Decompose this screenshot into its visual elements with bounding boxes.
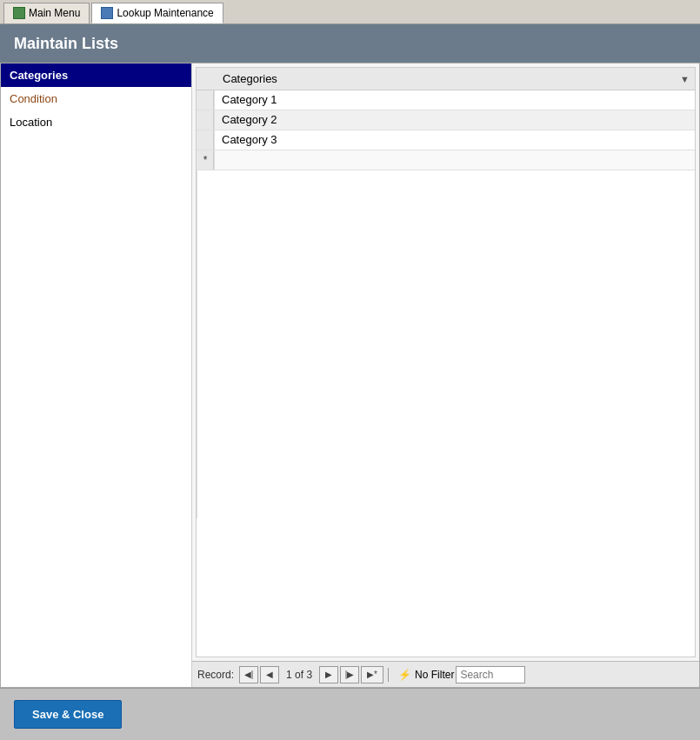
row-indicator-strip: * — [197, 150, 214, 170]
table-row-new[interactable]: * — [197, 150, 695, 170]
tab-lookup-maintenance-label: Lookup Maintenance — [117, 7, 213, 19]
nav-new-button[interactable]: ▶* — [361, 666, 383, 683]
sidebar-item-location[interactable]: Location — [1, 110, 191, 134]
row-indicator-new: * — [197, 150, 214, 170]
table-row[interactable]: Category 2 — [197, 110, 695, 130]
bottom-bar: Save & Close — [0, 688, 700, 740]
filter-label: No Filter — [415, 669, 454, 681]
nav-next-button[interactable]: ▶ — [319, 666, 338, 683]
page-title: Maintain Lists — [14, 35, 118, 53]
sort-arrow-icon[interactable]: ▼ — [675, 70, 695, 89]
row-indicator-0 — [197, 90, 214, 110]
sidebar: Categories Condition Location — [1, 63, 192, 687]
sidebar-item-categories[interactable]: Categories — [1, 63, 191, 87]
navigation-bar: Record: ◀| ◀ 1 of 3 ▶ |▶ ▶* ⚡ No Filter — [192, 661, 699, 687]
nav-first-button[interactable]: ◀| — [239, 666, 258, 683]
nav-separator — [388, 668, 389, 682]
table-row[interactable]: Category 3 — [197, 130, 695, 150]
data-grid: Categories ▼ Category 1 Category 2 — [196, 67, 696, 657]
search-input[interactable] — [456, 666, 525, 683]
grid-cell-0[interactable]: Category 1 — [214, 90, 695, 110]
grid-column-header: Categories — [214, 68, 675, 90]
sidebar-item-condition[interactable]: Condition — [1, 87, 191, 110]
row-indicator-strip — [197, 130, 214, 150]
grid-header: Categories ▼ — [197, 68, 695, 90]
page-header: Maintain Lists — [0, 24, 700, 63]
main-content: Categories Condition Location Categories… — [0, 63, 700, 688]
nav-last-button[interactable]: |▶ — [340, 666, 359, 683]
table-row[interactable]: Category 1 — [197, 90, 695, 110]
row-indicator-1 — [197, 110, 214, 130]
tab-main-menu-label: Main Menu — [29, 7, 80, 19]
main-menu-icon — [13, 7, 25, 19]
filter-section: ⚡ No Filter — [398, 669, 454, 681]
record-count: 1 of 3 — [281, 667, 317, 683]
tab-main-menu[interactable]: Main Menu — [3, 3, 90, 23]
save-close-button[interactable]: Save & Close — [14, 700, 122, 729]
right-panel: Categories ▼ Category 1 Category 2 — [192, 63, 699, 687]
tab-lookup-maintenance[interactable]: Lookup Maintenance — [91, 3, 223, 23]
nav-prev-button[interactable]: ◀ — [260, 666, 279, 683]
grid-cell-new[interactable] — [214, 150, 695, 170]
row-indicator-2 — [197, 130, 214, 150]
tab-bar: Main Menu Lookup Maintenance — [0, 0, 700, 24]
grid-cell-1[interactable]: Category 2 — [214, 110, 695, 130]
record-label: Record: — [197, 669, 234, 681]
row-indicator-strip — [197, 110, 214, 130]
grid-cell-2[interactable]: Category 3 — [214, 130, 695, 150]
filter-icon: ⚡ — [398, 669, 411, 681]
lookup-maintenance-icon — [101, 7, 113, 19]
row-indicator-strip — [197, 90, 214, 110]
